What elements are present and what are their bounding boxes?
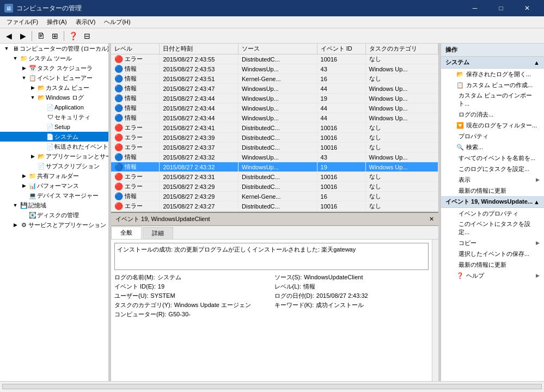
sidebar-item-root[interactable]: ▼ 🖥 コンピューターの管理 (ローカル) bbox=[0, 44, 108, 53]
sidebar-item-subscriptions[interactable]: 📄 サブスクリプション bbox=[0, 161, 108, 171]
detail-close-icon[interactable]: ✕ bbox=[429, 216, 434, 223]
field-value: 19 bbox=[158, 283, 164, 290]
table-row[interactable]: 🔴エラー 2015/08/27 2:43:41 DistributedC... … bbox=[111, 123, 438, 133]
sidebar-item-disk-management[interactable]: 💽 ディスクの管理 bbox=[0, 210, 108, 220]
action-item-1-4[interactable]: 最新の情報に更新 bbox=[441, 259, 544, 270]
table-row[interactable]: 🔵情報 2015/08/27 2:43:53 WindowsUp... 43 W… bbox=[111, 64, 438, 74]
submenu-arrow: ▶ bbox=[536, 177, 540, 182]
action-item-0-8[interactable]: このログにタスクを設定... bbox=[441, 163, 544, 174]
sidebar-item-forwarded[interactable]: 📄 転送されたイベント bbox=[0, 142, 108, 151]
toolbar-up[interactable]: 🖹 bbox=[34, 30, 47, 42]
toolbar-properties[interactable]: ⊞ bbox=[48, 30, 62, 42]
table-row[interactable]: 🔵情報 2015/08/27 2:43:51 Kernel-Gene... 16… bbox=[111, 74, 438, 84]
action-item-0-9[interactable]: 表示 ▶ bbox=[441, 174, 544, 185]
section-collapse-icon[interactable]: ▲ bbox=[534, 199, 540, 205]
table-row[interactable]: 🔵情報 2015/08/27 2:43:44 WindowsUp... 44 W… bbox=[111, 103, 438, 113]
close-button[interactable]: ✕ bbox=[515, 0, 540, 16]
cell-level: 🔵情報 bbox=[111, 162, 160, 172]
menu-view[interactable]: 表示(V) bbox=[71, 17, 100, 27]
action-item-1-5[interactable]: ❓ ヘルプ ▶ bbox=[441, 270, 544, 281]
cell-source: DistributedC... bbox=[239, 133, 317, 143]
table-row[interactable]: 🔴エラー 2015/08/27 2:43:29 DistributedC... … bbox=[111, 182, 438, 192]
detail-tabs: 全般 詳細 bbox=[111, 226, 438, 240]
toolbar-extra[interactable]: ⊟ bbox=[81, 30, 94, 42]
tree-expand-icon bbox=[37, 113, 46, 121]
action-item-label: 最新の情報に更新 bbox=[459, 261, 506, 269]
action-item-0-3[interactable]: ログの消去... bbox=[441, 109, 544, 120]
tree-node-icon: 📂 bbox=[37, 152, 46, 161]
maximize-button[interactable]: □ bbox=[488, 0, 514, 16]
table-row[interactable]: 🔵情報 2015/08/27 2:43:44 WindowsUp... 44 W… bbox=[111, 113, 438, 123]
detail-content: インストールの成功: 次の更新プログラムが正しくインストールされました: 楽天g… bbox=[111, 240, 432, 381]
scrollbar-track[interactable] bbox=[2, 384, 542, 389]
table-row[interactable]: 🔵情報 2015/08/27 2:43:32 WindowsUp... 43 W… bbox=[111, 152, 438, 162]
action-item-1-3[interactable]: 選択したイベントの保存... bbox=[441, 248, 544, 259]
table-row[interactable]: 🔵情報 2015/08/27 2:43:44 WindowsUp... 19 W… bbox=[111, 94, 438, 103]
action-item-1-0[interactable]: イベントのプロパティ bbox=[441, 208, 544, 219]
detail-scrollbar[interactable] bbox=[432, 240, 438, 381]
cell-source: DistributedC... bbox=[239, 201, 317, 211]
sidebar-item-event-viewer[interactable]: ▼ 📋 イベント ビューアー bbox=[0, 73, 108, 83]
tree-expand-icon: ▶ bbox=[20, 171, 28, 180]
section-collapse-icon[interactable]: ▲ bbox=[534, 59, 540, 66]
cell-level: 🔵情報 bbox=[111, 211, 160, 212]
cell-source: WindowsUp... bbox=[239, 113, 317, 123]
sidebar-item-task-scheduler[interactable]: ▶ 📅 タスク スケジューラ bbox=[0, 63, 108, 73]
sidebar-item-app-service[interactable]: ▶ 📂 アプリケーションとサービス bbox=[0, 151, 108, 161]
info-icon: 🔵 bbox=[114, 163, 123, 171]
action-item-0-0[interactable]: 📂 保存されたログを開く... bbox=[441, 69, 544, 79]
sidebar-item-application[interactable]: 📄 Application bbox=[0, 102, 108, 112]
table-row[interactable]: 🔴エラー 2015/08/27 2:43:27 DistributedC... … bbox=[111, 201, 438, 211]
action-item-0-10[interactable]: 最新の情報に更新 bbox=[441, 185, 544, 196]
minimize-button[interactable]: ─ bbox=[462, 0, 487, 16]
sidebar-item-security[interactable]: 🛡 セキュリティ bbox=[0, 112, 108, 122]
table-row[interactable]: 🔴エラー 2015/08/27 2:43:37 DistributedC... … bbox=[111, 143, 438, 152]
sidebar-item-windows-log[interactable]: ▼ 📂 Windows ログ bbox=[0, 93, 108, 102]
cell-eventid: 43 bbox=[317, 64, 365, 74]
action-item-0-4[interactable]: 🔽 現在のログをフィルター... bbox=[441, 120, 544, 131]
sidebar-item-shared-folders[interactable]: ▶ 📁 共有フォルダー bbox=[0, 171, 108, 181]
sidebar-item-services-apps[interactable]: ▶ ⚙ サービスとアプリケーション bbox=[0, 220, 108, 230]
sidebar-item-storage[interactable]: ▼ 💾 記憶域 bbox=[0, 200, 108, 210]
cell-category: なし bbox=[365, 123, 438, 133]
col-eventid: イベント ID bbox=[317, 44, 365, 54]
table-row[interactable]: 🔵情報 2015/08/27 2:43:16 Kernel-Gene... 16… bbox=[111, 211, 438, 212]
sidebar-item-performance[interactable]: ▶ 📊 パフォーマンス bbox=[0, 181, 108, 191]
action-item-0-6[interactable]: 🔍 検索... bbox=[441, 142, 544, 152]
cell-source: WindowsUp... bbox=[239, 64, 317, 74]
sidebar-item-device-manager[interactable]: 💻 デバイス マネージャー bbox=[0, 191, 108, 200]
cell-source: WindowsUp... bbox=[239, 162, 317, 172]
table-row[interactable]: 🔵情報 2015/08/27 2:43:32 WindowsUp... 19 W… bbox=[111, 162, 438, 172]
table-row[interactable]: 🔵情報 2015/08/27 2:43:29 Kernel-Gene... 16… bbox=[111, 192, 438, 201]
cell-datetime: 2015/08/27 2:43:44 bbox=[160, 103, 239, 113]
sidebar-item-system-tools[interactable]: ▼ 📁 システム ツール bbox=[0, 53, 108, 63]
sidebar-item-custom-view[interactable]: ▶ 📂 カスタム ビュー bbox=[0, 83, 108, 93]
toolbar-back[interactable]: ◀ bbox=[2, 30, 15, 42]
action-item-0-1[interactable]: 📋 カスタム ビューの作成... bbox=[441, 79, 544, 90]
sidebar-item-system[interactable]: 📄 システム bbox=[0, 132, 108, 142]
tree-node-icon: 🛡 bbox=[46, 113, 54, 121]
toolbar-forward[interactable]: ▶ bbox=[16, 30, 29, 42]
action-item-1-2[interactable]: コピー ▶ bbox=[441, 237, 544, 248]
tab-detail[interactable]: 詳細 bbox=[143, 227, 173, 239]
tab-general[interactable]: 全般 bbox=[111, 226, 142, 239]
table-row[interactable]: 🔴エラー 2015/08/27 2:43:39 DistributedC... … bbox=[111, 133, 438, 143]
menu-action[interactable]: 操作(A) bbox=[42, 17, 71, 27]
sidebar-item-setup[interactable]: 📄 Setup bbox=[0, 122, 108, 132]
table-row[interactable]: 🔴エラー 2015/08/27 2:43:55 DistributedC... … bbox=[111, 54, 438, 64]
action-item-0-7[interactable]: すべてのイベントを名前を... bbox=[441, 152, 544, 163]
cell-eventid: 10016 bbox=[317, 54, 365, 64]
field-value: WindowsUpdateClient bbox=[304, 274, 363, 280]
menu-file[interactable]: ファイル(F) bbox=[2, 17, 42, 27]
info-icon: 🔵 bbox=[114, 114, 123, 122]
action-item-0-5[interactable]: プロパティ bbox=[441, 131, 544, 142]
toolbar-help[interactable]: ❓ bbox=[66, 30, 80, 42]
action-section-header-0: システム ▲ bbox=[441, 57, 544, 69]
action-item-label: 選択したイベントの保存... bbox=[459, 250, 529, 258]
table-row[interactable]: 🔵情報 2015/08/27 2:43:47 WindowsUp... 44 W… bbox=[111, 84, 438, 94]
menu-help[interactable]: ヘルプ(H) bbox=[100, 17, 135, 27]
action-item-1-1[interactable]: このイベントにタスクを設定... bbox=[441, 219, 544, 237]
event-list[interactable]: レベル 日付と時刻 ソース イベント ID タスクのカテゴリ 🔴エラー 2015… bbox=[111, 44, 438, 212]
table-row[interactable]: 🔴エラー 2015/08/27 2:43:31 DistributedC... … bbox=[111, 172, 438, 182]
action-item-0-2[interactable]: カスタム ビューのインポート... bbox=[441, 90, 544, 109]
